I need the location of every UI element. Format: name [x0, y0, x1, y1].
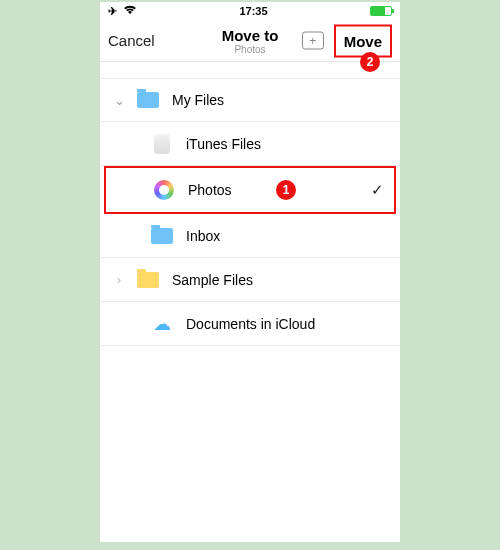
folder-icon — [136, 89, 160, 111]
checkmark-icon: ✓ — [371, 181, 384, 199]
cancel-button[interactable]: Cancel — [108, 32, 155, 49]
airplane-mode-icon: ✈ — [108, 5, 117, 18]
nav-subtitle: Photos — [234, 44, 265, 55]
nav-bar: Cancel Move to Photos + Move — [100, 20, 400, 62]
chevron-down-icon: ⌄ — [108, 93, 130, 108]
list-item-sample-files[interactable]: › Sample Files — [100, 258, 400, 302]
list-item-label: Inbox — [186, 228, 390, 244]
chevron-right-icon: › — [108, 272, 130, 287]
itunes-icon — [150, 133, 174, 155]
folder-icon — [150, 225, 174, 247]
list-item-label: Documents in iCloud — [186, 316, 390, 332]
list-item-itunes[interactable]: iTunes Files — [100, 122, 400, 166]
folder-list: ⌄ My Files iTunes Files Photos ✓ 1 Inbox… — [100, 78, 400, 346]
cloud-icon: ☁ — [150, 313, 174, 335]
phone-screen: ✈ 17:35 Cancel Move to Photos + Move 2 ⌄… — [100, 2, 400, 542]
battery-icon — [370, 6, 392, 16]
list-item-label: My Files — [172, 92, 390, 108]
status-time: 17:35 — [239, 5, 267, 17]
status-bar: ✈ 17:35 — [100, 2, 400, 20]
list-item-my-files[interactable]: ⌄ My Files — [100, 78, 400, 122]
new-folder-icon[interactable]: + — [302, 32, 324, 50]
list-item-label: iTunes Files — [186, 136, 390, 152]
list-item-inbox[interactable]: Inbox — [100, 214, 400, 258]
annotation-badge-1: 1 — [276, 180, 296, 200]
move-button[interactable]: Move — [334, 24, 392, 57]
wifi-icon — [123, 5, 137, 17]
folder-icon — [136, 269, 160, 291]
photos-icon — [152, 179, 176, 201]
selected-row-highlight: Photos ✓ 1 — [104, 166, 396, 214]
list-item-photos[interactable]: Photos ✓ — [106, 168, 394, 212]
annotation-badge-2: 2 — [360, 52, 380, 72]
list-item-icloud[interactable]: ☁ Documents in iCloud — [100, 302, 400, 346]
list-item-label: Sample Files — [172, 272, 390, 288]
nav-title: Move to — [222, 27, 279, 44]
